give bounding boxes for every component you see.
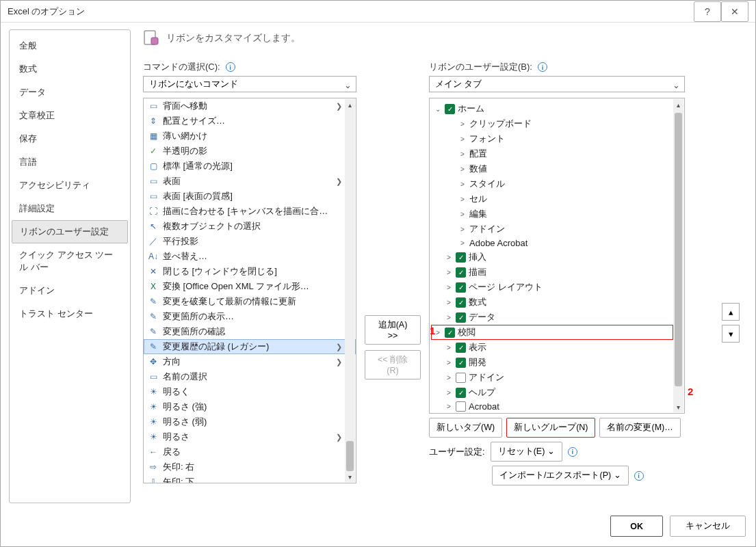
scroll-thumb[interactable] [675, 113, 682, 386]
expand-icon[interactable] [445, 359, 453, 366]
checkbox[interactable] [456, 401, 466, 412]
sidebar-item[interactable]: データ [10, 81, 130, 104]
sidebar-item[interactable]: 言語 [10, 150, 130, 174]
tree-item[interactable]: データ [431, 310, 683, 325]
command-item[interactable]: ✎変更履歴の記録 (レガシー)❯ [144, 339, 356, 354]
tree-item[interactable]: Acrobat [431, 400, 683, 413]
rename-button[interactable]: 名前の変更(M)… [599, 418, 680, 438]
sidebar-item[interactable]: アドイン [10, 279, 130, 302]
command-item[interactable]: ▭表面❯ [144, 174, 356, 189]
checkbox[interactable] [456, 373, 466, 383]
info-icon[interactable]: i [634, 471, 644, 481]
scrollbar[interactable]: ▴ ▾ [345, 99, 355, 482]
new-group-button[interactable]: 新しいグループ(N) [506, 418, 595, 438]
expand-icon[interactable] [445, 254, 453, 261]
sidebar-item[interactable]: 数式 [10, 57, 130, 81]
sidebar-item[interactable]: トラスト センター [10, 302, 130, 325]
tree-item[interactable]: セル [431, 191, 683, 206]
tree-item[interactable]: 描画 [431, 265, 683, 280]
checkbox[interactable] [456, 252, 466, 263]
checkbox[interactable] [456, 388, 466, 398]
command-item[interactable]: ✎変更箇所の表示… [144, 309, 356, 324]
reset-button[interactable]: リセット(E) ⌄ [491, 442, 562, 462]
checkbox[interactable] [456, 297, 466, 308]
sidebar-item[interactable]: アクセシビリティ [10, 174, 130, 197]
expand-icon[interactable] [458, 150, 467, 158]
command-item[interactable]: ☀明るさ (弱) [144, 414, 356, 429]
command-item[interactable]: ▢標準 [通常の光源] [144, 159, 356, 174]
sidebar-item[interactable]: 保存 [10, 127, 130, 150]
command-item[interactable]: ／平行投影 [144, 234, 356, 249]
ribbon-tree[interactable]: ホームクリップボードフォント配置数値スタイルセル編集アドインAdobe Acro… [429, 98, 685, 414]
tree-item[interactable]: アドイン [431, 222, 683, 237]
checkbox[interactable] [456, 312, 466, 323]
info-icon[interactable]: i [568, 447, 577, 457]
info-icon[interactable]: i [226, 62, 235, 72]
tree-item[interactable]: 挿入 [431, 250, 683, 265]
tree-item[interactable]: 数式 [431, 295, 683, 310]
expand-icon[interactable] [458, 181, 467, 188]
command-item[interactable]: ☀明るさ (強) [144, 399, 356, 414]
expand-icon[interactable] [445, 284, 453, 291]
command-item[interactable]: ☀明るさ❯ [144, 429, 356, 444]
tree-item[interactable]: ヘルプ [431, 385, 683, 400]
cancel-button[interactable]: キャンセル [670, 516, 746, 537]
tree-item[interactable]: クリップボード [431, 116, 683, 131]
command-item[interactable]: ✕閉じる [ウィンドウを閉じる] [144, 264, 356, 279]
scroll-up-icon[interactable]: ▴ [673, 99, 683, 110]
checkbox[interactable] [445, 328, 455, 338]
tree-item[interactable]: 配置 [431, 146, 683, 161]
sidebar-item[interactable]: 文章校正 [10, 104, 130, 127]
choose-commands-combo[interactable]: リボンにないコマンド ⌄ [143, 76, 356, 92]
command-item[interactable]: ✓半透明の影 [144, 144, 356, 159]
scroll-up-icon[interactable]: ▴ [345, 99, 355, 110]
expand-icon[interactable] [458, 239, 467, 247]
checkbox[interactable] [456, 267, 466, 278]
expand-icon[interactable] [445, 389, 453, 397]
expand-icon[interactable] [458, 165, 467, 173]
sidebar-item[interactable]: 詳細設定 [10, 197, 130, 220]
commands-listbox[interactable]: ▭背面へ移動❯⇕配置とサイズ…▦薄い網かけ✓半透明の影▢標準 [通常の光源]▭表… [143, 98, 356, 483]
command-item[interactable]: ▭表面 [表面の質感] [144, 189, 356, 204]
help-icon[interactable]: ? [694, 1, 721, 22]
ok-button[interactable]: OK [610, 516, 663, 537]
command-item[interactable]: ☀明るく [144, 384, 356, 399]
ribbon-tabs-combo[interactable]: メイン タブ ⌄ [429, 76, 685, 92]
tree-item[interactable]: 表示 [431, 340, 683, 355]
tree-item[interactable]: 数値 [431, 161, 683, 176]
command-item[interactable]: ✎変更箇所の確認 [144, 324, 356, 339]
checkbox[interactable] [456, 343, 466, 353]
expand-icon[interactable] [458, 135, 467, 143]
command-item[interactable]: X変換 [Office Open XML ファイル形… [144, 279, 356, 294]
tree-item[interactable]: 編集 [431, 206, 683, 222]
command-item[interactable]: ▭名前の選択 [144, 369, 356, 384]
tree-item[interactable]: スタイル [431, 176, 683, 191]
expand-icon[interactable] [458, 120, 467, 128]
tree-item[interactable]: ホーム [431, 101, 683, 116]
tree-item[interactable]: ページ レイアウト [431, 280, 683, 295]
tree-item[interactable]: フォント [431, 131, 683, 146]
command-item[interactable]: ▦薄い網かけ [144, 129, 356, 144]
move-up-button[interactable]: ▴ [722, 303, 740, 321]
import-export-button[interactable]: インポート/エクスポート(P) ⌄ [492, 466, 629, 485]
command-item[interactable]: ▭背面へ移動❯ [144, 98, 356, 114]
command-item[interactable]: ⇩矢印: 下 [144, 475, 356, 483]
expand-icon[interactable] [445, 374, 453, 382]
command-item[interactable]: ✥方向❯ [144, 354, 356, 369]
move-down-button[interactable]: ▾ [722, 325, 740, 343]
collapse-icon[interactable] [434, 105, 442, 113]
tree-item[interactable]: Adobe Acrobat [431, 237, 683, 250]
close-icon[interactable]: ✕ [721, 1, 748, 22]
tree-item[interactable]: 校閲 [431, 325, 673, 340]
command-item[interactable]: ↖複数オブジェクトの選択 [144, 219, 356, 234]
sidebar-item[interactable]: 全般 [10, 34, 130, 57]
expand-icon[interactable] [445, 314, 453, 321]
expand-icon[interactable] [445, 403, 453, 410]
expand-icon[interactable] [458, 211, 467, 218]
scroll-down-icon[interactable]: ▾ [345, 471, 355, 482]
expand-icon[interactable] [458, 196, 467, 203]
checkbox[interactable] [456, 358, 466, 368]
command-item[interactable]: ⛶描画に合わせる [キャンバスを描画に合… [144, 204, 356, 219]
expand-icon[interactable] [445, 299, 453, 306]
tree-item[interactable]: 開発 [431, 355, 683, 370]
